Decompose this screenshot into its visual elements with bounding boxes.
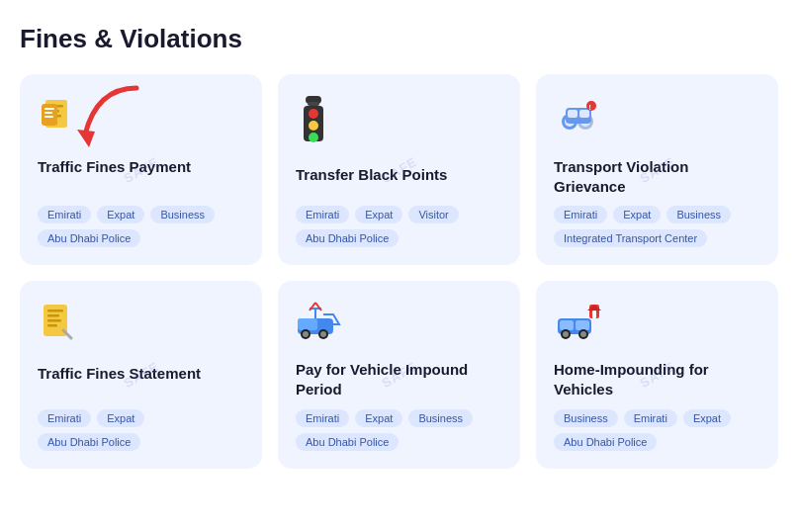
traffic-fines-statement-tags: EmiratiExpatAbu Dhabi Police	[38, 409, 244, 451]
svg-rect-21	[568, 110, 577, 118]
svg-point-34	[303, 331, 309, 337]
traffic-fines-payment-tags: EmiratiExpatBusinessAbu Dhabi Police	[38, 206, 244, 247]
transport-violation-grievance-tags: EmiratiExpatBusinessIntegrated Transport…	[554, 206, 760, 247]
home-impounding-icon	[554, 301, 760, 346]
svg-rect-6	[42, 104, 57, 126]
card-home-impounding[interactable]: SAFE Home-Impounding for VehiclesBusines…	[536, 281, 778, 469]
home-impounding-title: Home-Impounding for Vehicles	[554, 360, 760, 399]
svg-point-14	[309, 121, 318, 131]
traffic-fines-payment-provider-tag: Abu Dhabi Police	[38, 229, 140, 247]
svg-point-47	[580, 331, 586, 337]
tag-expat: Expat	[355, 206, 402, 223]
traffic-fines-statement-title: Traffic Fines Statement	[38, 364, 244, 384]
tag-expat: Expat	[683, 409, 731, 427]
transfer-black-points-tags: EmiratiExpatVisitorAbu Dhabi Police	[296, 206, 502, 247]
pay-vehicle-impound-provider-tag: Abu Dhabi Police	[296, 433, 399, 451]
tag-expat: Expat	[355, 409, 402, 427]
transport-violation-grievance-title: Transport Violation Grievance	[554, 157, 760, 196]
svg-rect-29	[47, 324, 57, 327]
tag-emirati: Emirati	[38, 206, 91, 223]
transport-violation-grievance-icon: !	[554, 94, 760, 143]
tag-emirati: Emirati	[624, 409, 677, 427]
svg-rect-7	[44, 108, 54, 110]
tag-visitor: Visitor	[408, 206, 458, 223]
traffic-fines-payment-icon	[38, 94, 244, 143]
transfer-black-points-title: Transfer Black Points	[296, 165, 502, 185]
traffic-fines-payment-title: Traffic Fines Payment	[38, 157, 244, 177]
tag-emirati: Emirati	[38, 409, 91, 427]
card-transfer-black-points[interactable]: SAFE Transfer Black PointsEmiratiExpatVi…	[278, 74, 520, 265]
pay-vehicle-impound-tags: EmiratiExpatBusinessAbu Dhabi Police	[296, 409, 502, 451]
svg-point-36	[320, 331, 326, 337]
svg-rect-32	[298, 318, 317, 330]
svg-point-15	[309, 133, 318, 142]
traffic-fines-statement-icon	[38, 301, 244, 350]
tag-expat: Expat	[97, 206, 144, 223]
pay-vehicle-impound-title: Pay for Vehicle Impound Period	[296, 360, 502, 399]
card-pay-vehicle-impound[interactable]: SAFE Pay for Vehicle Impound PeriodEmira…	[278, 281, 520, 469]
tag-business: Business	[666, 206, 731, 223]
svg-point-13	[309, 109, 318, 119]
tag-emirati: Emirati	[554, 206, 607, 223]
svg-rect-27	[47, 314, 59, 317]
transfer-black-points-icon	[296, 94, 502, 151]
tag-expat: Expat	[97, 409, 144, 427]
page-title: Fines & Violations	[20, 24, 778, 54]
svg-rect-49	[592, 310, 596, 318]
svg-point-30	[70, 337, 72, 339]
transfer-black-points-provider-tag: Abu Dhabi Police	[296, 229, 399, 247]
transport-violation-grievance-provider-tag: Integrated Transport Center	[554, 229, 707, 247]
traffic-fines-statement-provider-tag: Abu Dhabi Police	[38, 433, 140, 451]
svg-text:!: !	[589, 104, 591, 111]
svg-rect-26	[47, 310, 63, 312]
pay-vehicle-impound-icon	[296, 301, 502, 346]
svg-rect-8	[44, 112, 52, 114]
tag-business: Business	[408, 409, 473, 427]
svg-rect-42	[560, 320, 574, 330]
svg-rect-22	[579, 110, 589, 118]
svg-rect-43	[576, 320, 589, 330]
tag-business: Business	[150, 206, 215, 223]
home-impounding-provider-tag: Abu Dhabi Police	[554, 433, 657, 451]
card-transport-violation-grievance[interactable]: SAFE ! Transport Violation GrievanceEmir…	[536, 74, 778, 265]
svg-rect-9	[44, 116, 53, 118]
home-impounding-tags: BusinessEmiratiExpatAbu Dhabi Police	[554, 409, 760, 451]
card-traffic-fines-statement[interactable]: SAFE Traffic Fines StatementEmiratiExpat…	[20, 281, 262, 469]
tag-expat: Expat	[613, 206, 661, 223]
tag-emirati: Emirati	[296, 206, 349, 223]
svg-point-45	[563, 331, 569, 337]
svg-rect-11	[308, 102, 319, 106]
card-traffic-fines-payment[interactable]: SAFE Traffic Fines PaymentEmiratiExpatBu…	[20, 74, 262, 265]
svg-rect-28	[47, 319, 61, 322]
tag-business: Business	[554, 409, 618, 427]
svg-point-23	[586, 101, 596, 111]
tag-emirati: Emirati	[296, 409, 349, 427]
cards-grid: SAFE Traffic Fines PaymentEmiratiExpatBu…	[20, 74, 778, 469]
